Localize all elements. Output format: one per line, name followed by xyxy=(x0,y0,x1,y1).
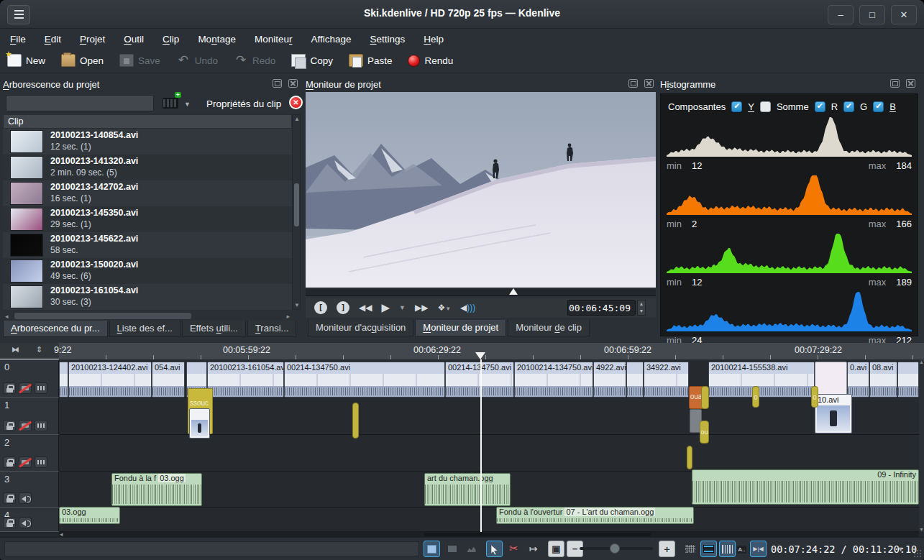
mute-track-icon[interactable] xyxy=(35,420,47,431)
mute-track-icon[interactable] xyxy=(35,382,47,394)
hide-video-icon[interactable] xyxy=(19,420,32,431)
timeline-clip[interactable]: 0 xyxy=(811,386,818,408)
minimize-button[interactable]: – xyxy=(828,5,854,24)
lock-track-icon[interactable] xyxy=(3,420,16,431)
clip-list-item[interactable]: 20100213-161054.avi30 sec. (3) xyxy=(3,284,292,310)
left-dock-tab[interactable]: Transi... xyxy=(247,321,296,337)
timeline-clip[interactable]: 20100214-155538.avi xyxy=(708,362,815,398)
timeline-clip[interactable]: 20100213-124402.avi xyxy=(68,362,152,398)
show-comments-icon[interactable] xyxy=(682,541,698,557)
new-button[interactable]: New xyxy=(7,54,45,67)
lock-track-icon[interactable] xyxy=(3,517,16,528)
zone-start-icon[interactable]: [ xyxy=(314,301,327,314)
clip-list-item[interactable]: 20100213-145350.avi29 sec. (1) xyxy=(3,206,292,232)
resize-grip[interactable] xyxy=(913,549,922,558)
float-panel-icon[interactable] xyxy=(628,79,638,88)
show-markers-icon[interactable]: A.. xyxy=(735,541,749,557)
timeline-ruler[interactable]: 9:2200:05:59:2200:06:29:2200:06:59:2200:… xyxy=(59,343,924,359)
paste-button[interactable]: Paste xyxy=(349,54,393,67)
clip-properties-button[interactable]: Propriétés du clip xyxy=(206,98,281,109)
lock-track-icon[interactable] xyxy=(3,456,16,468)
lock-track-icon[interactable] xyxy=(3,492,16,504)
menu-projet[interactable]: Projet xyxy=(80,34,105,45)
monitor-seekbar[interactable] xyxy=(306,289,656,296)
close-panel-icon[interactable] xyxy=(288,79,298,88)
menu-file[interactable]: File xyxy=(10,34,26,45)
menu-help[interactable]: Help xyxy=(424,34,444,45)
play-dropdown-icon[interactable]: ▼ xyxy=(399,304,406,311)
timeline-clip[interactable]: 20100214-134750.avi xyxy=(514,362,593,398)
checkbox-y[interactable] xyxy=(731,101,742,112)
clip-list-item[interactable]: 20100213-140854.avi12 sec. (1) xyxy=(3,129,292,155)
timeline-clip[interactable] xyxy=(687,446,692,469)
menu-edit[interactable]: Edit xyxy=(45,34,61,45)
timeline-clip[interactable] xyxy=(701,386,709,409)
timeline-clip[interactable]: Fondu à l'ouvertur 07 - L'art du chaman.… xyxy=(496,507,694,524)
timeline-clip[interactable]: 00214-134750.avi xyxy=(284,362,445,398)
timeline-clip[interactable]: 08.avi xyxy=(869,362,897,398)
speaker-icon[interactable] xyxy=(19,517,32,528)
timecode-spinner[interactable]: ▲▼ xyxy=(637,300,646,316)
checkbox-r[interactable] xyxy=(815,101,825,112)
timeline-clip[interactable]: 0.avi xyxy=(847,362,869,398)
timeline-clip[interactable]: 09 - Infinity xyxy=(692,469,919,505)
add-clip-dropdown-icon[interactable]: ▼ xyxy=(184,101,191,108)
checkbox-somme[interactable] xyxy=(760,101,771,112)
clip-list-item[interactable]: 20100213-142702.avi16 sec. (1) xyxy=(3,180,292,206)
timeline-clip[interactable] xyxy=(189,408,210,439)
clip-list-item[interactable]: 20100213-150020.avi49 sec. (6) xyxy=(3,258,292,284)
left-dock-tab[interactable]: Arborescence du pr... xyxy=(3,321,108,337)
timeline-clip[interactable]: 054.avi xyxy=(152,362,185,398)
show-audio-thumbnails-icon[interactable] xyxy=(719,541,736,557)
left-dock-tab[interactable]: Effets utili... xyxy=(182,321,246,337)
zoom-slider-knob[interactable] xyxy=(610,543,620,554)
rewind-icon[interactable]: ◀◀ xyxy=(359,303,372,313)
close-panel-icon[interactable] xyxy=(906,79,915,88)
timeline-clip[interactable]: Fondu à la f 03.ogg xyxy=(111,473,202,506)
resize-tracks-icon[interactable]: ⇕ xyxy=(36,345,42,354)
play-icon[interactable]: ▶ xyxy=(381,301,390,314)
hide-video-icon[interactable] xyxy=(19,382,32,394)
timeline-timecode[interactable]: 00:07:24:22 / 00:11:20:10 xyxy=(771,543,917,555)
timeline-clip[interactable]: 10.avi xyxy=(815,394,852,433)
clip-list-item[interactable]: 20100213-141320.avi2 min. 09 sec. (5) xyxy=(3,155,292,180)
volume-icon[interactable]: ◀))) xyxy=(460,303,475,313)
timeline-clip[interactable] xyxy=(59,362,68,398)
timecode-dropdown-icon[interactable]: ▼ xyxy=(897,546,904,553)
menu-montage[interactable]: Montage xyxy=(198,34,236,45)
timeline-clip[interactable] xyxy=(897,362,919,398)
edit-mode-overwrite-icon[interactable] xyxy=(444,541,460,557)
seek-position-marker[interactable] xyxy=(509,288,518,295)
track-header-4[interactable]: 4 xyxy=(0,508,59,532)
timeline-clip[interactable] xyxy=(815,362,847,398)
timeline-clip[interactable]: 0 xyxy=(752,386,759,408)
snap-toggle-icon[interactable]: ▶|◀ xyxy=(750,541,767,557)
mute-track-icon[interactable] xyxy=(35,456,47,468)
collapse-tracks-icon[interactable]: ⧓ xyxy=(12,345,19,354)
clip-list-hscrollbar[interactable]: ◂ ▸ xyxy=(3,311,292,321)
timeline-clip[interactable]: 20100213-161054.avi xyxy=(207,362,284,398)
timeline-clip[interactable]: ou xyxy=(700,421,709,444)
track-lane-2[interactable] xyxy=(59,435,919,472)
zoom-slider[interactable] xyxy=(580,547,653,550)
clip-list-item[interactable]: 20100213-145622.avi58 sec. xyxy=(3,232,292,258)
left-dock-tab[interactable]: Liste des ef... xyxy=(109,321,180,337)
float-panel-icon[interactable] xyxy=(890,79,900,88)
close-button[interactable]: ✕ xyxy=(891,5,917,24)
timeline-clip[interactable]: 4922.avi xyxy=(593,362,626,398)
timeline-clip[interactable]: 00214-134750.avi xyxy=(445,362,514,398)
razor-tool-icon[interactable]: ✂ xyxy=(506,541,522,557)
spacer-tool-icon[interactable]: ↦ xyxy=(525,541,541,557)
monitor-tab[interactable]: Moniteur d'acquisition xyxy=(308,320,413,336)
monitor-tab[interactable]: Moniteur de projet xyxy=(415,320,506,336)
timeline-clip[interactable] xyxy=(626,362,644,398)
rendu-button[interactable]: Rendu xyxy=(408,55,453,67)
maximize-button[interactable]: □ xyxy=(859,5,885,24)
copy-button[interactable]: Copy xyxy=(291,54,333,67)
checkbox-b[interactable] xyxy=(873,101,884,112)
float-panel-icon[interactable] xyxy=(273,79,282,88)
fast-forward-icon[interactable]: ▶▶ xyxy=(415,303,428,313)
menu-moniteur[interactable]: Moniteur xyxy=(255,34,293,45)
track-lane-4[interactable] xyxy=(59,508,919,532)
playhead-line[interactable] xyxy=(480,359,482,532)
